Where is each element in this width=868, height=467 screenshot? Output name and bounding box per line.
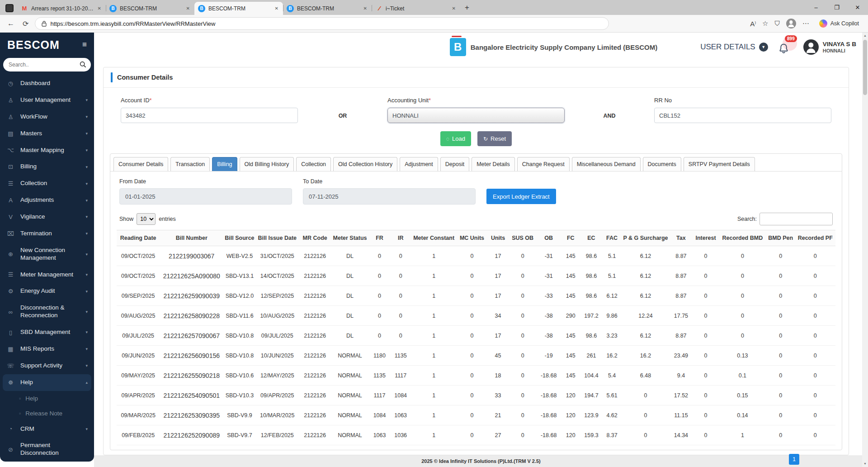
sidebar-item-adjustments[interactable]: AAdjustments▾ xyxy=(0,192,94,209)
column-header-units[interactable]: Units xyxy=(487,230,509,246)
more-options-icon[interactable]: ⋯ xyxy=(802,19,809,28)
table-search-input[interactable] xyxy=(760,213,833,225)
column-header-recorded-pf[interactable]: Recorded PF xyxy=(795,230,836,246)
workspaces-icon[interactable] xyxy=(5,4,14,12)
column-header-bmd-pen[interactable]: BMD Pen xyxy=(766,230,795,246)
column-header-recorded-bmd[interactable]: Recorded BMD xyxy=(719,230,766,246)
sidebar-item-permanent-disconnection[interactable]: ⊘Permanent Disconnection xyxy=(0,437,94,462)
sidebar-item-master-mapping[interactable]: ⌥Master Mapping▾ xyxy=(0,142,94,159)
close-tab-icon[interactable]: ✕ xyxy=(274,5,279,12)
scroll-up-icon[interactable]: ▲ xyxy=(863,33,867,39)
sidebar-item-collection[interactable]: ☰Collection▾ xyxy=(0,175,94,192)
sidebar-item-new-connection-management[interactable]: ⊕New Connection Management▾ xyxy=(0,242,94,267)
favorites-bar-icon[interactable]: ⛉ xyxy=(775,19,780,28)
page-size-select[interactable]: 10 xyxy=(137,213,156,225)
column-header-tax[interactable]: Tax xyxy=(670,230,693,246)
sidebar-item-crm[interactable]: ◔CRM▾ xyxy=(0,421,94,438)
sidebar-item-termination[interactable]: ⌧Termination▾ xyxy=(0,225,94,242)
minimize-button[interactable]: – xyxy=(806,0,826,15)
pagination-page-1[interactable]: 1 xyxy=(789,454,799,465)
column-header-ob[interactable]: OB xyxy=(537,230,561,246)
tab-change-request[interactable]: Change Request xyxy=(517,157,570,171)
export-ledger-button[interactable]: Export Ledger Extract xyxy=(486,189,556,204)
column-header-ir[interactable]: IR xyxy=(390,230,411,246)
close-tab-icon[interactable]: ✕ xyxy=(185,5,191,12)
tab-consumer-details[interactable]: Consumer Details xyxy=(113,157,168,171)
sidebar-item-masters[interactable]: ▤Masters▾ xyxy=(0,125,94,142)
user-profile[interactable]: VINAYA S B HONNALI xyxy=(803,39,856,55)
sidebar-item-disconnection-reconnection[interactable]: ∞Disconnection & Reconnection▾ xyxy=(0,300,94,324)
sidebar-item-sbd-management[interactable]: ▯SBD Management▾ xyxy=(0,324,94,341)
column-header-ec[interactable]: EC xyxy=(580,230,602,246)
sidebar-item-help[interactable]: ☸Help▴ xyxy=(3,374,91,391)
to-date-input[interactable] xyxy=(303,188,476,205)
scroll-down-icon[interactable]: ▼ xyxy=(863,461,867,467)
page-scrollbar[interactable]: ▲ ▼ xyxy=(862,33,868,467)
sidebar-subitem-help[interactable]: ○Help xyxy=(0,391,94,406)
sidebar-item-dashboard[interactable]: ◷Dashboard xyxy=(0,75,94,92)
browser-tab-bescom-trm[interactable]: BBESCOM-TRM✕ xyxy=(106,2,194,15)
new-tab-button[interactable]: + xyxy=(460,3,475,15)
close-tab-icon[interactable]: ✕ xyxy=(451,5,457,12)
address-bar[interactable]: https://bescom.trm.ieasybill.com/RRMaste… xyxy=(35,17,609,30)
column-header-meter-status[interactable]: Meter Status xyxy=(331,230,368,246)
column-header-meter-constant[interactable]: Meter Constant xyxy=(411,230,457,246)
sidebar-item-vigilance[interactable]: VVigilance▾ xyxy=(0,209,94,225)
sidebar-subitem-release-note[interactable]: ○Release Note xyxy=(0,406,94,421)
column-header-bill-number[interactable]: Bill Number xyxy=(160,230,223,246)
column-header-fr[interactable]: FR xyxy=(369,230,391,246)
column-header-mc-units[interactable]: MC Units xyxy=(457,230,487,246)
sidebar-item-support-activity[interactable]: ☏Support Activity▾ xyxy=(0,357,94,374)
close-tab-icon[interactable]: ✕ xyxy=(363,5,368,12)
column-header-reading-date[interactable]: Reading Date xyxy=(117,230,160,246)
tab-old-billing-history[interactable]: Old Billing History xyxy=(240,157,294,171)
tab-srtpv-payment-details[interactable]: SRTPV Payment Details xyxy=(684,157,755,171)
tab-transaction[interactable]: Transaction xyxy=(170,157,210,171)
restore-button[interactable]: ❐ xyxy=(826,0,847,15)
column-header-sus-ob[interactable]: SUS OB xyxy=(509,230,537,246)
sidebar-item-billing[interactable]: ⊡Billing▾ xyxy=(0,158,94,175)
copilot-button[interactable]: Ask Copilot xyxy=(816,18,863,29)
reset-button[interactable]: ↻Reset xyxy=(477,131,512,146)
column-header-bill-source[interactable]: Bill Source xyxy=(223,230,255,246)
sidebar-item-energy-audit[interactable]: ⚙Energy Audit▾ xyxy=(0,283,94,300)
scrollbar-thumb[interactable] xyxy=(863,40,867,95)
browser-tab-i-ticket[interactable]: ⁄⁄i~Ticket✕ xyxy=(372,2,460,15)
read-aloud-icon[interactable]: A) xyxy=(750,20,756,28)
rr-no-input[interactable] xyxy=(654,108,831,123)
browser-tab-bescom-trm[interactable]: BBESCOM-TRM✕ xyxy=(194,2,283,15)
tab-adjustment[interactable]: Adjustment xyxy=(400,157,438,171)
sidebar-item-workflow[interactable]: ♙WorkFlow▾ xyxy=(0,109,94,125)
sidebar-item-mis-reports[interactable]: ▦MIS Reports▾ xyxy=(0,341,94,357)
column-header-p-g-surcharge[interactable]: P & G Surcharge xyxy=(622,230,669,246)
user-details-dropdown[interactable]: USER DETAILS ▼ xyxy=(700,43,768,52)
accounting-unit-select[interactable] xyxy=(387,108,565,123)
close-window-button[interactable]: ✕ xyxy=(847,0,868,15)
column-header-interest[interactable]: Interest xyxy=(693,230,719,246)
account-id-input[interactable] xyxy=(121,108,298,123)
browser-tab-arrears-report-31-10-2025-reven[interactable]: MArrears report 31-10-2025 - reven✕ xyxy=(17,2,106,15)
sidebar-item-user-management[interactable]: ♙User Management▾ xyxy=(0,92,94,109)
column-header-mr-code[interactable]: MR Code xyxy=(299,230,331,246)
load-button[interactable]: ◌Load xyxy=(440,131,471,146)
bookmark-star-icon[interactable]: ☆ xyxy=(762,19,768,28)
tab-old-collection-history[interactable]: Old Collection History xyxy=(333,157,397,171)
browser-profile-avatar[interactable] xyxy=(786,19,796,29)
notifications-button[interactable]: 899 xyxy=(778,39,793,55)
hamburger-icon[interactable]: ≡ xyxy=(82,40,87,49)
column-header-fac[interactable]: FAC xyxy=(602,230,622,246)
refresh-icon[interactable]: ⟳ xyxy=(21,19,30,28)
tab-deposit[interactable]: Deposit xyxy=(440,157,469,171)
tab-miscellaneous-demand[interactable]: Miscellaneous Demand xyxy=(572,157,641,171)
column-header-fc[interactable]: FC xyxy=(561,230,580,246)
tab-documents[interactable]: Documents xyxy=(643,157,681,171)
column-header-bill-issue-date[interactable]: Bill Issue Date xyxy=(256,230,299,246)
from-date-input[interactable] xyxy=(119,188,292,205)
close-tab-icon[interactable]: ✕ xyxy=(97,5,102,12)
tab-collection[interactable]: Collection xyxy=(296,157,331,171)
tab-billing[interactable]: Billing xyxy=(212,157,237,171)
sidebar-item-meter-management[interactable]: ☰Meter Management▾ xyxy=(0,267,94,283)
search-icon[interactable] xyxy=(80,61,86,68)
back-icon[interactable]: ← xyxy=(5,19,16,28)
sidebar-search-input[interactable] xyxy=(3,58,91,71)
